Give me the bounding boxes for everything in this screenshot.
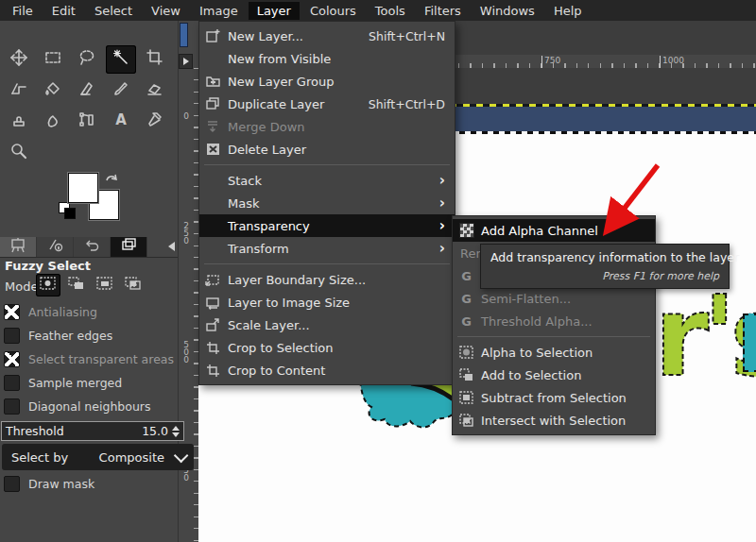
submenu-arrow-icon: › — [439, 174, 445, 188]
feather-edges-option[interactable]: Feather edges — [4, 328, 112, 343]
menu-windows[interactable]: Windows — [472, 2, 543, 20]
menu-item-new-from-visible[interactable]: New from Visible — [199, 47, 455, 70]
ruler-label: 250 — [181, 221, 190, 244]
menu-item-layer-to-image-size[interactable]: Layer to Image Size — [199, 291, 455, 313]
submenu-arrow-icon: › — [439, 242, 445, 256]
bucket-fill-tool-button[interactable] — [38, 76, 68, 105]
tab-pointer-info[interactable] — [37, 237, 74, 257]
selected-teal-shape-right — [743, 313, 756, 372]
tab-images[interactable] — [111, 237, 147, 257]
menu-item-crop-to-selection[interactable]: Crop to Selection — [199, 336, 455, 359]
checkbox[interactable] — [4, 375, 20, 391]
diagonal-neighbours-option[interactable]: Diagonal neighbours — [4, 398, 150, 414]
crop-icon — [205, 363, 221, 378]
eraser-icon — [146, 79, 164, 102]
fuzzy-select-tool-button[interactable] — [106, 45, 136, 74]
paintbrush-tool-button[interactable] — [106, 76, 136, 105]
menu-item-transform[interactable]: Transform › — [199, 237, 455, 260]
text-icon: A — [112, 110, 130, 133]
menu-colours[interactable]: Colours — [301, 2, 365, 20]
menu-select[interactable]: Select — [86, 2, 141, 20]
panel-collapse-icon[interactable] — [168, 242, 175, 251]
mode-replace-button[interactable] — [36, 274, 60, 296]
antialiasing-option[interactable]: Antialiasing — [4, 304, 97, 319]
spinner-icon[interactable] — [172, 426, 180, 437]
ruler-corner-button[interactable] — [179, 54, 193, 69]
draw-mask-option[interactable]: Draw mask — [4, 476, 94, 491]
free-select-tool-button[interactable] — [72, 45, 102, 74]
menu-item-add-to-selection[interactable]: Add to Selection — [453, 364, 655, 386]
checkbox[interactable] — [4, 304, 20, 320]
magnifier-icon — [9, 142, 28, 164]
mode-intersect-button[interactable] — [121, 274, 146, 296]
menu-item-layer-boundary-size[interactable]: Layer Boundary Size... — [199, 268, 455, 291]
menu-file[interactable]: File — [4, 2, 42, 20]
smudge-tool-button[interactable] — [38, 108, 68, 136]
menu-tools[interactable]: Tools — [367, 2, 414, 20]
menu-item-semi-flatten[interactable]: G Semi-Flatten... — [453, 287, 655, 310]
ink-tool-button[interactable] — [72, 108, 102, 136]
checkbox[interactable] — [4, 476, 20, 492]
gegl-operation-icon: G — [458, 313, 474, 329]
select-by-dropdown[interactable]: Select by Composite — [2, 444, 194, 470]
menu-item-threshold-alpha[interactable]: G Threshold Alpha... — [453, 310, 655, 332]
rectangle-select-tool-button[interactable] — [38, 45, 68, 74]
ruler-label: 500 — [181, 340, 190, 363]
mode-add-button[interactable] — [64, 274, 89, 296]
text-tool-button[interactable]: A — [106, 108, 136, 136]
clone-tool-button[interactable] — [4, 108, 34, 136]
foreground-color-swatch[interactable] — [68, 173, 98, 203]
zoom-tool-button[interactable] — [4, 139, 34, 167]
submenu-arrow-icon: › — [439, 196, 445, 211]
eraser-tool-button[interactable] — [140, 76, 170, 105]
menu-edit[interactable]: Edit — [43, 2, 84, 20]
menu-item-scale-layer[interactable]: Scale Layer... — [199, 313, 455, 336]
gradient-tool-button[interactable] — [72, 76, 102, 105]
mode-replace-icon — [39, 276, 58, 295]
menu-filters[interactable]: Filters — [416, 2, 470, 20]
menu-item-alpha-to-selection[interactable]: Alpha to Selection — [453, 341, 655, 364]
shear-icon — [9, 79, 28, 102]
new-layer-group-icon — [205, 74, 221, 89]
menu-item-duplicate-layer[interactable]: Duplicate Layer Shift+Ctrl+D — [199, 93, 455, 115]
menu-item-crop-to-content[interactable]: Crop to Content — [199, 359, 455, 381]
color-picker-tool-button[interactable] — [140, 108, 170, 136]
option-label: Diagonal neighbours — [28, 399, 150, 414]
option-label: Select transparent areas — [28, 352, 174, 366]
tab-tool-options[interactable] — [0, 237, 37, 257]
delete-layer-icon — [205, 142, 221, 157]
menu-item-mask[interactable]: Mask › — [199, 192, 455, 214]
layer-to-image-size-icon — [205, 295, 221, 310]
easel-icon — [9, 237, 26, 257]
shear-tool-button[interactable] — [4, 76, 34, 105]
menu-help[interactable]: Help — [545, 2, 591, 20]
menu-item-stack[interactable]: Stack › — [199, 169, 455, 192]
threshold-slider[interactable]: Threshold 15.0 — [1, 421, 184, 441]
menu-separator — [199, 161, 455, 169]
menu-item-subtract-from-selection[interactable]: Subtract from Selection — [453, 386, 655, 409]
menu-item-transparency[interactable]: Transparency › — [199, 214, 455, 237]
select-transparent-areas-option[interactable]: Select transparent areas — [4, 351, 174, 366]
checkbox[interactable] — [4, 328, 20, 344]
move-tool-button[interactable] — [4, 45, 34, 74]
checkbox[interactable] — [4, 351, 20, 367]
swap-colors-icon[interactable] — [104, 170, 119, 188]
menu-separator — [453, 332, 655, 341]
menu-item-new-layer-group[interactable]: New Layer Group — [199, 70, 455, 93]
checkbox[interactable] — [4, 398, 20, 415]
tab-undo-history[interactable] — [74, 237, 111, 257]
menu-layer[interactable]: Layer — [249, 2, 300, 20]
menu-view[interactable]: View — [143, 2, 189, 20]
mode-subtract-button[interactable] — [93, 274, 117, 296]
gimp-window: File Edit Select View Image Layer Colour… — [0, 0, 756, 542]
images-icon — [120, 237, 137, 257]
menu-item-merge-down[interactable]: Merge Down — [199, 115, 455, 138]
mode-subtract-icon — [95, 276, 114, 295]
threshold-label: Threshold — [6, 424, 64, 438]
menu-item-delete-layer[interactable]: Delete Layer — [199, 138, 455, 161]
menu-item-new-layer[interactable]: New Layer... Shift+Ctrl+N — [199, 25, 455, 47]
sample-merged-option[interactable]: Sample merged — [4, 375, 122, 390]
crop-tool-button[interactable] — [140, 45, 170, 74]
menu-image[interactable]: Image — [191, 2, 247, 20]
menu-item-intersect-with-selection[interactable]: Intersect with Selection — [453, 409, 655, 432]
